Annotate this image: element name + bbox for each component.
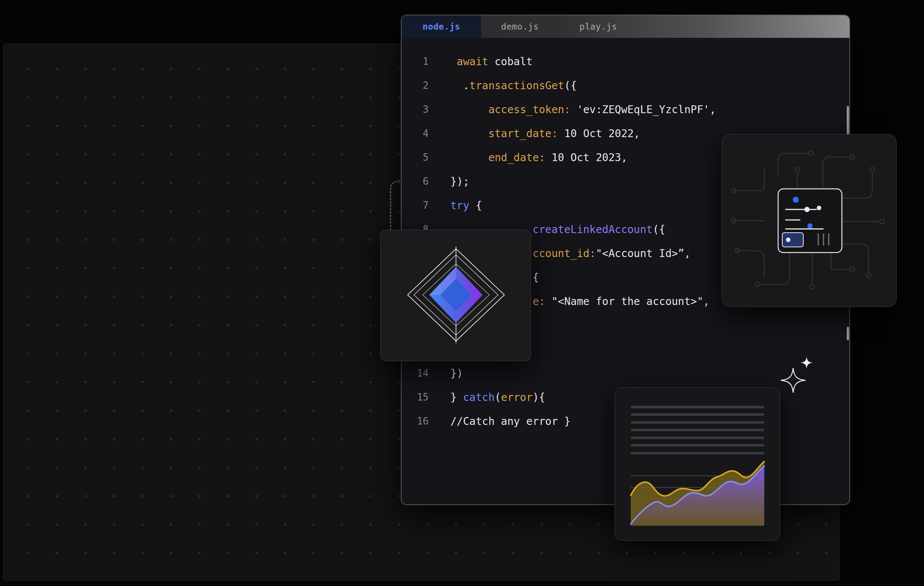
line-number: 1 xyxy=(402,56,429,67)
code-text: }); xyxy=(450,175,470,188)
line-number: 2 xyxy=(402,80,429,91)
code-text: await cobalt xyxy=(450,56,533,68)
sparkle-icon xyxy=(800,356,813,369)
code-text: start_date: 10 Oct 2022, xyxy=(450,127,640,140)
code-line: 2.transactionsGet({ xyxy=(402,73,850,97)
sparkle-icon xyxy=(780,367,807,394)
chart-card xyxy=(615,387,780,541)
code-text: access_token: 'ev:ZEQwEqLE_YzclnPF', xyxy=(450,104,716,116)
circuit-card xyxy=(722,134,897,307)
line-number: 4 xyxy=(402,128,429,139)
line-number: 15 xyxy=(402,392,429,403)
gem-logo-card xyxy=(380,230,531,361)
gem-icon xyxy=(381,230,531,361)
code-text: .transactionsGet({ xyxy=(450,79,577,92)
code-line: 3access_token: 'ev:ZEQwEqLE_YzclnPF', xyxy=(402,97,850,122)
code-text: try { xyxy=(450,199,482,212)
tab-demo[interactable]: demo.js xyxy=(481,15,559,38)
code-text: //Catch any error } xyxy=(450,415,570,428)
code-text: }) xyxy=(450,367,463,380)
line-number: 5 xyxy=(402,152,429,163)
code-text: end_date: 10 Oct 2023, xyxy=(450,151,627,164)
editor-edge-highlight xyxy=(847,106,849,138)
tab-node[interactable]: node.js xyxy=(402,15,481,38)
line-number: 14 xyxy=(402,367,429,379)
tab-bar: node.jsdemo.jsplay.js xyxy=(402,15,850,38)
area-chart-icon xyxy=(615,388,780,540)
line-number: 7 xyxy=(402,200,429,211)
line-number: 6 xyxy=(402,176,429,187)
code-line: 1await cobalt xyxy=(402,49,850,73)
editor-edge-highlight xyxy=(847,327,849,340)
line-number: 16 xyxy=(402,415,429,427)
code-text: } catch(error){ xyxy=(450,391,545,403)
tab-play[interactable]: play.js xyxy=(559,15,638,38)
line-number: 3 xyxy=(402,104,429,115)
circuit-chip-icon xyxy=(722,135,896,306)
